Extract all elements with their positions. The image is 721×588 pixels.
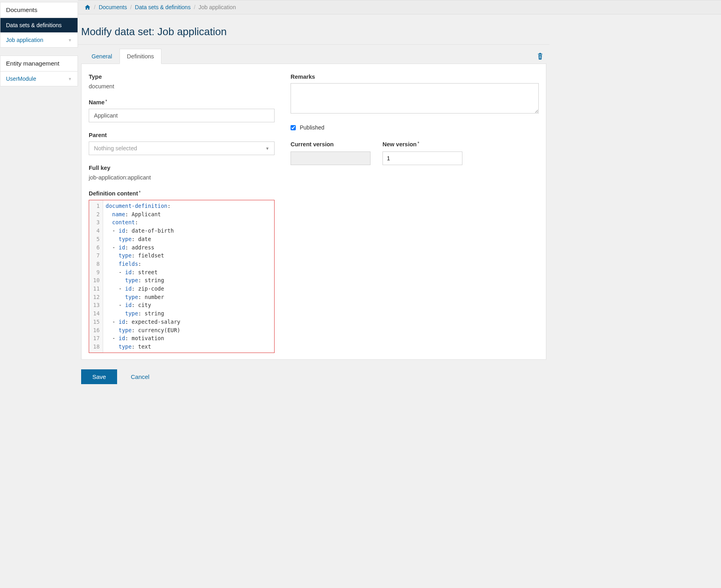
remarks-label: Remarks: [291, 74, 539, 80]
name-input[interactable]: [89, 109, 275, 122]
breadcrumb-datasets[interactable]: Data sets & definitions: [135, 4, 191, 10]
current-version-input: [291, 151, 370, 165]
type-label: Type: [89, 74, 275, 80]
trash-icon: [537, 53, 543, 60]
title-rule: [78, 44, 550, 45]
sidebar-item-label: Job application: [6, 37, 43, 43]
home-icon[interactable]: [84, 4, 91, 10]
breadcrumb-current: Job application: [199, 4, 236, 10]
sidebar-header-documents: Documents: [0, 2, 78, 18]
remarks-input[interactable]: [291, 83, 539, 114]
caret-down-icon: ▼: [68, 77, 72, 81]
sidebar-item-usermodule[interactable]: UserModule ▼: [0, 72, 78, 86]
name-label: Name*: [89, 99, 275, 106]
save-button[interactable]: Save: [81, 369, 117, 384]
sidebar: Documents Data sets & definitions Job ap…: [0, 0, 78, 588]
parent-placeholder: Nothing selected: [94, 145, 137, 151]
defcontent-label: Definition content*: [89, 190, 275, 197]
sidebar-item-job-application[interactable]: Job application ▼: [0, 33, 78, 47]
breadcrumb-separator: /: [130, 4, 132, 10]
type-value: document: [89, 83, 275, 90]
sidebar-item-datasets[interactable]: Data sets & definitions: [0, 18, 78, 33]
sidebar-header-entity: Entity management: [0, 56, 78, 72]
page-title: Modify data set: Job application: [78, 26, 550, 38]
breadcrumb: / Documents / Data sets & definitions / …: [78, 0, 721, 14]
editor-content[interactable]: document-definition: name: Applicant con…: [103, 200, 274, 353]
new-version-input[interactable]: [382, 151, 462, 165]
published-checkbox[interactable]: [291, 125, 296, 130]
caret-down-icon: ▼: [265, 146, 269, 151]
editor-gutter: 123456789101112131415161718: [89, 200, 103, 353]
new-version-label: New version*: [382, 141, 462, 147]
parent-label: Parent: [89, 132, 275, 138]
tab-definitions[interactable]: Definitions: [120, 49, 162, 64]
published-label: Published: [300, 124, 325, 131]
breadcrumb-separator: /: [94, 4, 96, 10]
delete-button[interactable]: [537, 53, 543, 60]
fullkey-label: Full key: [89, 165, 275, 171]
definition-editor[interactable]: 123456789101112131415161718 document-def…: [89, 200, 275, 353]
tab-general[interactable]: General: [84, 49, 120, 64]
parent-select[interactable]: Nothing selected ▼: [89, 142, 275, 155]
breadcrumb-documents[interactable]: Documents: [99, 4, 127, 10]
sidebar-item-label: UserModule: [6, 76, 36, 82]
sidebar-item-label: Data sets & definitions: [6, 22, 62, 28]
cancel-button[interactable]: Cancel: [129, 369, 151, 384]
breadcrumb-separator: /: [194, 4, 195, 10]
fullkey-value: job-application:applicant: [89, 174, 275, 181]
current-version-label: Current version: [291, 141, 370, 147]
caret-down-icon: ▼: [68, 38, 72, 42]
tab-bar: General Definitions: [81, 49, 546, 64]
